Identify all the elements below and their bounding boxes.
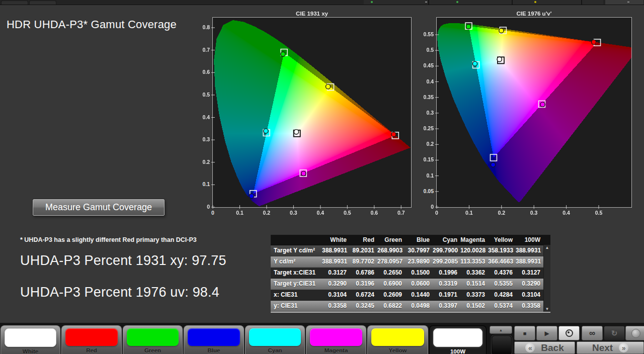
patch-tile-cyan[interactable]: Cyan bbox=[245, 325, 305, 354]
status-dot bbox=[456, 1, 458, 3]
value-cell: 89.7702 bbox=[350, 256, 377, 267]
axis-tick-label: 0.15 bbox=[416, 156, 434, 162]
patch-label: 100W bbox=[430, 348, 486, 354]
value-cell: 0.1971 bbox=[433, 290, 460, 300]
patch-label: Blue bbox=[184, 347, 244, 353]
value-cell: 0.4284 bbox=[488, 290, 516, 300]
value-cell: 0.3290 bbox=[516, 279, 543, 289]
record-button[interactable] bbox=[625, 326, 644, 340]
chart-markers bbox=[437, 18, 631, 207]
top-tab[interactable] bbox=[29, 1, 56, 5]
value-cell: 0.1514 bbox=[460, 279, 488, 289]
value-cell: 0.5355 bbox=[488, 279, 516, 289]
pattern-up-button[interactable]: ▲ bbox=[490, 326, 512, 334]
axis-tick-label: 0.3 bbox=[283, 210, 303, 216]
axis-tick-label: 0.5 bbox=[192, 92, 210, 98]
table-header-row: WhiteRedGreenBlueCyanMagentaYellow100W bbox=[271, 235, 550, 245]
patch-tile-yellow[interactable]: Yellow bbox=[367, 325, 428, 354]
measured-marker-blue bbox=[491, 162, 495, 167]
row-label-cell: Y cd/m² bbox=[271, 256, 322, 267]
axis-tick-label: 0 bbox=[416, 204, 434, 210]
value-cell: 388.9931 bbox=[322, 245, 350, 256]
results-table: WhiteRedGreenBlueCyanMagentaYellow100W T… bbox=[271, 235, 550, 313]
stop-icon: ■ bbox=[523, 330, 527, 336]
table-row[interactable]: Target x:CIE310.31270.67860.26500.15000.… bbox=[271, 268, 550, 279]
axis-tick-label: 0.1 bbox=[459, 210, 479, 216]
measure-gamut-button[interactable]: Measure Gamut Coverage bbox=[33, 199, 165, 216]
meter-button[interactable] bbox=[558, 326, 580, 340]
value-cell: 0.3290 bbox=[322, 279, 350, 289]
axis-tick-label: 0.2 bbox=[192, 159, 210, 165]
table-row[interactable]: Target y:CIE310.32900.31960.69000.06000.… bbox=[271, 279, 550, 290]
value-cell: 0.3358 bbox=[516, 301, 543, 311]
patch-swatch bbox=[65, 328, 118, 346]
axis-tick-label: 0.1 bbox=[229, 210, 250, 216]
patch-label: Yellow bbox=[368, 347, 428, 353]
axis-tick-label: 0.2 bbox=[416, 141, 434, 147]
axis-tick-label: 0.3 bbox=[524, 210, 544, 216]
measured-marker-green bbox=[466, 24, 470, 29]
patch-tile-blue[interactable]: Blue bbox=[184, 325, 244, 354]
cie-1976-chart bbox=[436, 17, 632, 208]
patch-tile-magenta[interactable]: Magenta bbox=[306, 325, 366, 354]
value-cell: 120.0028 bbox=[460, 245, 488, 256]
chevron-right-icon: » bbox=[619, 343, 628, 352]
measured-marker-blue bbox=[249, 194, 254, 198]
patch-swatch bbox=[188, 328, 240, 346]
value-cell: 0.2609 bbox=[377, 290, 405, 300]
measured-marker-green bbox=[281, 52, 285, 56]
footnote: * UHDA-P3 has a slightly different Red p… bbox=[20, 236, 197, 243]
infinity-button[interactable]: ∞ bbox=[582, 326, 603, 340]
axis-tick-label: 0.5 bbox=[337, 210, 357, 216]
table-row[interactable]: Y cd/m²388.993189.7702278.095723.9890299… bbox=[271, 256, 550, 268]
top-tab-strip[interactable] bbox=[364, 0, 603, 5]
chart-title: CIE 1976 u'v' bbox=[437, 11, 631, 17]
stop-button[interactable]: ■ bbox=[514, 326, 535, 340]
axis-tick-label: 0.5 bbox=[416, 47, 434, 53]
measured-marker-magenta bbox=[301, 171, 306, 175]
value-cell: 0.5374 bbox=[488, 301, 516, 311]
patch-tile-white[interactable]: White bbox=[1, 325, 60, 354]
patch-tile-green[interactable]: Green bbox=[123, 325, 183, 354]
value-cell: 388.9931 bbox=[322, 256, 350, 267]
axis-tick-label: 0 bbox=[192, 204, 210, 210]
patch-tile-red[interactable]: Red bbox=[61, 325, 122, 354]
chart-markers bbox=[213, 18, 411, 207]
chart-title: CIE 1931 xy bbox=[213, 11, 411, 17]
measured-marker-cyan bbox=[472, 61, 477, 66]
tab-divider bbox=[512, 0, 513, 5]
table-row[interactable]: Target Y cd/m²388.993189.2031268.990330.… bbox=[271, 245, 550, 256]
value-cell: 23.9890 bbox=[405, 256, 433, 267]
table-scrollbar[interactable]: ▲ ▼ bbox=[543, 245, 550, 312]
table-header-cell: 100W bbox=[516, 235, 543, 245]
patch-swatch bbox=[5, 328, 56, 347]
table-row[interactable]: y: CIE310.33580.32450.68220.04980.33970.… bbox=[271, 301, 550, 312]
scroll-down-icon[interactable]: ▼ bbox=[544, 307, 550, 311]
table-header-cell: Green bbox=[377, 235, 405, 245]
play-button[interactable]: ▶ bbox=[536, 326, 557, 340]
row-label-cell: Target y:CIE31 bbox=[271, 279, 322, 289]
value-cell: 0.3127 bbox=[322, 268, 350, 278]
top-tab[interactable] bbox=[1, 1, 28, 5]
patch-label: Red bbox=[62, 347, 121, 353]
scroll-up-icon[interactable]: ▲ bbox=[544, 245, 550, 250]
measured-marker-100w bbox=[294, 130, 298, 134]
table-header-cell: Red bbox=[350, 235, 377, 245]
axis-tick-label: 0.4 bbox=[192, 114, 210, 120]
next-button[interactable]: Next » bbox=[577, 341, 644, 354]
tab-divider bbox=[581, 0, 582, 5]
axis-tick-label: 0 bbox=[203, 210, 223, 216]
top-tab-strip[interactable] bbox=[605, 0, 643, 5]
calman-window: HDR UHDA-P3* Gamut Coverage CIE 1931 xy0… bbox=[0, 0, 644, 354]
value-cell: 278.0957 bbox=[377, 256, 405, 267]
value-cell: 0.1502 bbox=[460, 301, 488, 311]
refresh-button[interactable]: ↻ bbox=[604, 326, 625, 340]
pattern-window-toggle[interactable] bbox=[492, 335, 512, 354]
axis-tick-label: 0.35 bbox=[416, 94, 434, 100]
axis-tick-label: 0.1 bbox=[416, 172, 434, 179]
table-row[interactable]: x: CIE310.31040.67240.26090.14400.19710.… bbox=[271, 290, 550, 301]
status-dot bbox=[371, 1, 373, 3]
back-button[interactable]: « Back bbox=[514, 341, 575, 354]
patch-tile-100w[interactable]: 100W bbox=[429, 325, 487, 354]
patch-label: Green bbox=[123, 347, 182, 353]
